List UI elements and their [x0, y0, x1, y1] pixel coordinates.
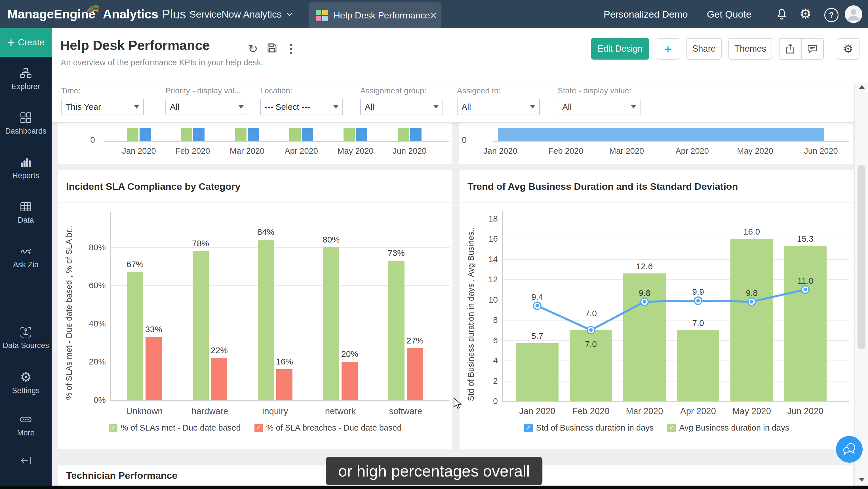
scrollbar-thumb[interactable] — [858, 165, 865, 349]
clipped-bar-series-green[interactable] — [127, 128, 138, 141]
get-quote-link[interactable]: Get Quote — [707, 0, 751, 28]
add-button[interactable]: + — [657, 38, 679, 60]
filter-state: State - display value: All — [558, 86, 641, 115]
bar-sla-breach[interactable] — [146, 337, 162, 400]
line-value-label: 9.9 — [675, 287, 721, 297]
legend-item--of-slas-met-due-date-based[interactable]: ✓% of SLAs met - Due date based — [109, 423, 241, 433]
workspace-selector[interactable]: ServiceNow Analytics — [189, 0, 293, 28]
line-point[interactable] — [533, 302, 541, 309]
filter-time-select[interactable]: This Year — [61, 99, 144, 115]
kebab-menu-icon[interactable]: ⋮ — [285, 42, 297, 55]
personalized-demo-link[interactable]: Personalized Demo — [603, 0, 688, 28]
sidebar-item-label: Dashboards — [5, 127, 46, 135]
tab-close-icon[interactable]: × — [430, 10, 437, 21]
scroll-down-arrow-icon[interactable] — [859, 478, 865, 482]
clipped-bar-series-green[interactable] — [181, 128, 192, 141]
clipped-bar-series-blue[interactable] — [140, 128, 151, 141]
user-avatar[interactable] — [845, 5, 862, 23]
x-axis-line — [103, 141, 449, 142]
clipped-area-series-area-blue[interactable] — [498, 128, 824, 141]
sidebar-item-dashboards[interactable]: Dashboards — [0, 112, 52, 135]
bar-sla-met[interactable] — [258, 240, 274, 400]
legend-label: % of SLAs met - Due date based — [121, 423, 241, 433]
clipped-bar-series-blue[interactable] — [410, 128, 422, 141]
themes-button[interactable]: Themes — [728, 38, 772, 60]
legend-item-avg-business-duration-in-days[interactable]: ✓Avg Business duration in days — [667, 423, 789, 433]
sidebar-item-more[interactable]: More — [0, 413, 52, 437]
sidebar-item-data[interactable]: Data — [0, 201, 52, 225]
clipped-bar-series-blue[interactable] — [248, 128, 259, 141]
export-button[interactable] — [779, 38, 802, 60]
filter-priority-select[interactable]: All — [165, 99, 248, 115]
bar-avg-duration[interactable] — [516, 343, 559, 401]
clipped-bar-series-blue[interactable] — [356, 128, 367, 141]
filter-assigned-to: Assigned to: All — [457, 86, 540, 115]
clipped-bar-series-blue[interactable] — [302, 128, 313, 141]
sidebar-item-data-sources[interactable]: Data Sources — [0, 326, 52, 350]
sla-compliance-panel: Incident SLA Compliance by Category 0%20… — [58, 170, 453, 449]
panel-title: Technician Performance — [66, 470, 177, 481]
settings-button[interactable]: ⚙ — [837, 38, 860, 60]
vertical-scrollbar[interactable] — [855, 83, 868, 486]
filter-label: Time: — [61, 86, 144, 95]
sidebar-item-explorer[interactable]: Explorer — [0, 67, 52, 91]
notification-bell-icon[interactable] — [775, 7, 788, 21]
bar-sla-breach[interactable] — [211, 358, 227, 400]
clipped-bar-series-green[interactable] — [398, 128, 409, 141]
legend-item-std-of-business-duration-in-days[interactable]: ✓Std of Business duration in days — [524, 423, 654, 433]
legend-label: Avg Business duration in days — [679, 423, 789, 433]
edit-design-button[interactable]: Edit Design — [591, 38, 649, 60]
share-button[interactable]: Share — [686, 38, 722, 60]
bar-avg-duration[interactable] — [677, 330, 719, 401]
scroll-up-arrow-icon[interactable] — [859, 85, 865, 89]
refresh-icon[interactable]: ↻ — [248, 42, 258, 56]
dashboard-header: Help Desk Performance ↻ ⋮ An overview of… — [52, 28, 868, 83]
filter-time: Time: This Year — [61, 86, 144, 115]
value-label: 67% — [112, 259, 158, 269]
sidebar-item-settings[interactable]: ⚙ Settings — [0, 370, 52, 395]
sidebar-item-reports[interactable]: Reports — [0, 156, 52, 180]
bar-avg-duration[interactable] — [731, 239, 773, 401]
legend-item--of-sla-breaches-due-date-based[interactable]: ✓% of SLA breaches - Due date based — [254, 423, 402, 433]
bar-sla-met[interactable] — [127, 272, 143, 400]
sidebar-item-label: Settings — [12, 386, 40, 395]
clipped-bar-series-blue[interactable] — [193, 128, 205, 141]
chat-support-button[interactable] — [836, 436, 863, 463]
y-tick-label: 80% — [74, 243, 106, 252]
value-label: 27% — [392, 336, 438, 345]
clipped-bar-series-green[interactable] — [289, 128, 301, 141]
filter-value: All — [365, 102, 374, 112]
create-button[interactable]: + Create — [0, 28, 52, 57]
y-tick-label: 40% — [74, 319, 106, 329]
bar-sla-met[interactable] — [323, 247, 339, 400]
sidebar-item-ask-zia[interactable]: Ask Zia — [0, 245, 52, 269]
filter-value: --- Select --- — [265, 102, 310, 112]
comment-button[interactable] — [801, 38, 824, 60]
filter-assignment-group: Assignment group: All — [360, 86, 443, 115]
chat-bubbles-icon — [841, 441, 857, 457]
x-category-label: Jun 2020 — [376, 146, 444, 156]
filter-assigned-to-select[interactable]: All — [457, 99, 540, 115]
reports-bars-icon — [20, 156, 32, 169]
bar-sla-breach[interactable] — [276, 369, 292, 400]
help-icon[interactable]: ? — [824, 8, 838, 22]
gridline — [502, 219, 849, 219]
line-point[interactable] — [694, 297, 702, 304]
bar-sla-breach[interactable] — [342, 362, 358, 400]
chart-legend: ✓% of SLAs met - Due date based✓% of SLA… — [58, 423, 453, 433]
settings-gear-icon[interactable]: ⚙ — [799, 6, 811, 22]
filter-location-select[interactable]: --- Select --- — [260, 99, 343, 115]
chevron-down-icon — [134, 105, 139, 109]
bar-sla-breach[interactable] — [407, 348, 423, 400]
bar-sla-met[interactable] — [193, 251, 209, 400]
clipped-bar-series-green[interactable] — [343, 128, 355, 141]
save-icon[interactable] — [266, 42, 278, 54]
bar-avg-duration[interactable] — [784, 246, 827, 401]
clipped-bar-series-green[interactable] — [235, 128, 247, 141]
bar-sla-met[interactable] — [388, 261, 404, 400]
filter-state-select[interactable]: All — [558, 99, 641, 115]
sidebar-collapse-icon[interactable] — [20, 454, 32, 467]
tab-help-desk-performance[interactable]: Help Desk Performance × — [309, 2, 441, 28]
y-tick-label: 0% — [74, 395, 106, 405]
filter-assignment-group-select[interactable]: All — [360, 99, 443, 115]
